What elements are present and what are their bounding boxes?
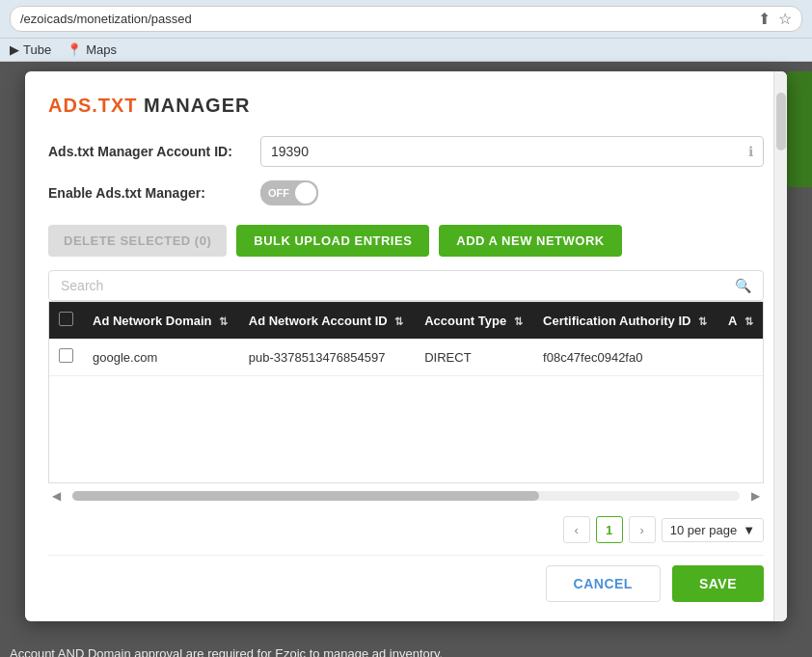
col-account-type[interactable]: Account Type ⇅ <box>415 302 533 339</box>
right-panel <box>787 71 812 187</box>
table-body: google.com pub-3378513476854597 DIRECT f… <box>49 339 763 376</box>
account-id-input[interactable]: 19390 ℹ <box>260 136 764 167</box>
col-extra-label: A <box>728 314 737 328</box>
bookmark-label: Tube <box>23 42 51 57</box>
row-account-type: DIRECT <box>415 339 533 376</box>
search-placeholder: Search <box>61 278 103 293</box>
vertical-scrollbar[interactable] <box>773 71 787 621</box>
sort-account-type-icon[interactable]: ⇅ <box>514 315 523 328</box>
url-bar[interactable]: /ezoicads/monetization/passed ⬆ ☆ <box>10 6 802 32</box>
scrollbar-thumb-h <box>72 491 539 501</box>
col-cert-authority-label: Certification Authority ID <box>543 314 690 328</box>
col-cert-authority[interactable]: Certification Authority ID ⇅ <box>533 302 718 339</box>
save-button[interactable]: SAVE <box>672 565 764 602</box>
url-bar-row: /ezoicads/monetization/passed ⬆ ☆ <box>0 0 812 39</box>
browser-chrome: /ezoicads/monetization/passed ⬆ ☆ ▶ Tube… <box>0 0 812 62</box>
bookmark-icon[interactable]: ☆ <box>778 10 792 28</box>
sort-domain-icon[interactable]: ⇅ <box>219 315 228 328</box>
select-all-header[interactable] <box>49 302 83 339</box>
toggle-knob <box>295 182 316 204</box>
current-page-button[interactable]: 1 <box>596 516 623 543</box>
horizontal-scrollbar-row: ◀ ▶ <box>48 485 764 506</box>
search-bar[interactable]: Search 🔍 <box>48 270 764 301</box>
sort-extra-icon[interactable]: ⇅ <box>744 315 753 328</box>
row-checkbox-cell[interactable] <box>49 339 83 376</box>
toggle-state-label: OFF <box>268 187 289 199</box>
scroll-left-arrow[interactable]: ◀ <box>48 489 65 503</box>
title-manager: MANAGER <box>138 95 251 116</box>
bookmark-label: Maps <box>86 42 117 57</box>
sort-account-id-icon[interactable]: ⇅ <box>394 315 403 328</box>
add-new-network-button[interactable]: ADD A NEW NETWORK <box>439 225 621 257</box>
bottom-notice: Account AND Domain approval are required… <box>0 641 812 657</box>
account-id-label: Ads.txt Manager Account ID: <box>48 144 260 159</box>
col-account-id-label: Ad Network Account ID <box>249 314 388 328</box>
table-row: google.com pub-3378513476854597 DIRECT f… <box>49 339 763 376</box>
sort-cert-icon[interactable]: ⇅ <box>698 315 707 328</box>
col-extra[interactable]: A ⇅ <box>718 302 763 339</box>
enable-label: Enable Ads.txt Manager: <box>48 185 260 201</box>
table-header-row: Ad Network Domain ⇅ Ad Network Account I… <box>49 302 763 339</box>
row-cert-authority: f08c47fec0942fa0 <box>533 339 718 376</box>
search-icon: 🔍 <box>735 278 751 293</box>
bulk-upload-button[interactable]: BULK UPLOAD ENTRIES <box>236 225 429 257</box>
title-ads: ADS.TXT <box>48 95 138 116</box>
page-background: ADS.TXT MANAGER Ads.txt Manager Account … <box>0 62 812 641</box>
scrollbar-thumb <box>776 93 786 151</box>
share-icon[interactable]: ⬆ <box>758 10 771 28</box>
col-account-type-label: Account Type <box>424 314 506 328</box>
select-all-checkbox[interactable] <box>59 312 73 326</box>
ads-txt-manager-modal: ADS.TXT MANAGER Ads.txt Manager Account … <box>25 71 787 621</box>
scroll-right-arrow[interactable]: ▶ <box>747 489 764 503</box>
next-page-button[interactable]: › <box>629 516 656 543</box>
account-id-row: Ads.txt Manager Account ID: 19390 ℹ <box>48 136 764 167</box>
per-page-label: 10 per page <box>670 523 737 537</box>
maps-icon: 📍 <box>67 42 82 57</box>
row-extra <box>718 339 763 376</box>
prev-page-button[interactable]: ‹ <box>563 516 590 543</box>
per-page-chevron: ▼ <box>743 523 755 537</box>
account-id-value: 19390 <box>271 144 309 159</box>
per-page-selector[interactable]: 10 per page ▼ <box>662 518 764 542</box>
browser-action-icons: ⬆ ☆ <box>758 10 792 28</box>
url-text: /ezoicads/monetization/passed <box>20 12 192 26</box>
delete-selected-button[interactable]: DELETE SELECTED (0) <box>48 225 227 257</box>
row-domain: google.com <box>83 339 239 376</box>
youtube-icon: ▶ <box>10 42 19 57</box>
network-table-container: Ad Network Domain ⇅ Ad Network Account I… <box>48 301 764 483</box>
pagination-row: ‹ 1 › 10 per page ▼ <box>48 508 764 551</box>
horizontal-scrollbar[interactable] <box>72 491 740 501</box>
action-buttons-row: DELETE SELECTED (0) BULK UPLOAD ENTRIES … <box>48 225 764 257</box>
modal-footer: CANCEL SAVE <box>48 555 764 602</box>
bookmark-youtube[interactable]: ▶ Tube <box>10 42 51 57</box>
bottom-notice-text: Account AND Domain approval are required… <box>10 646 443 657</box>
cancel-button[interactable]: CANCEL <box>546 565 661 602</box>
col-domain[interactable]: Ad Network Domain ⇅ <box>83 302 239 339</box>
bookmarks-bar: ▶ Tube 📍 Maps <box>0 39 812 62</box>
row-checkbox[interactable] <box>59 348 73 363</box>
col-domain-label: Ad Network Domain <box>93 314 212 328</box>
modal-title: ADS.TXT MANAGER <box>48 95 764 117</box>
enable-toggle-row: Enable Ads.txt Manager: OFF <box>48 180 764 205</box>
toggle-container: OFF <box>260 180 318 205</box>
bookmark-maps[interactable]: 📍 Maps <box>67 42 117 57</box>
enable-toggle[interactable]: OFF <box>260 180 318 205</box>
col-account-id[interactable]: Ad Network Account ID ⇅ <box>239 302 415 339</box>
info-icon[interactable]: ℹ <box>748 144 753 159</box>
network-table: Ad Network Domain ⇅ Ad Network Account I… <box>49 302 763 376</box>
row-account-id: pub-3378513476854597 <box>239 339 415 376</box>
